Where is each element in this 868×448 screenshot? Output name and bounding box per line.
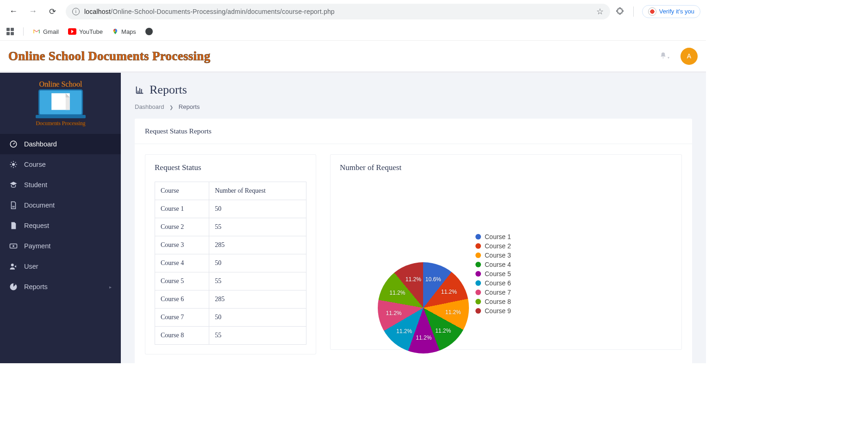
student-icon — [9, 181, 18, 189]
legend-item: Course 6 — [475, 279, 511, 287]
divider — [23, 27, 24, 36]
url-text: localhost/Online-School-Documents-Proces… — [84, 8, 335, 15]
sidebar-item-payment[interactable]: Payment — [0, 236, 121, 256]
cell-count: 285 — [209, 290, 306, 309]
legend-label: Course 3 — [485, 252, 511, 259]
bookmarks-bar: Gmail YouTube Maps — [0, 23, 706, 41]
cell-count: 55 — [209, 218, 306, 236]
sidebar: Online School Documents Processing Dashb… — [0, 73, 121, 363]
extensions-icon[interactable] — [616, 6, 624, 16]
bookmark-star-icon[interactable]: ☆ — [596, 6, 604, 17]
profile-avatar-icon — [648, 7, 656, 16]
slice-label: 10.6% — [425, 276, 441, 283]
slice-label: 11.2% — [445, 309, 461, 315]
bookmark-maps[interactable]: Maps — [112, 28, 136, 35]
pie-chart: 10.6%11.2%11.2%11.2%11.2%11.2%11.2%11.2%… — [378, 262, 469, 353]
globe-icon — [145, 28, 153, 35]
table-row: Course 255 — [155, 218, 306, 236]
legend-label: Course 9 — [485, 307, 511, 315]
cell-course: Course 5 — [155, 272, 209, 290]
reports-icon — [9, 283, 18, 291]
sidebar-item-label: User — [24, 263, 38, 270]
sidebar-item-label: Reports — [24, 283, 48, 290]
breadcrumb-current: Reports — [179, 103, 200, 110]
sidebar-item-reports[interactable]: Reports▸ — [0, 277, 121, 297]
slice-label: 11.2% — [389, 290, 405, 296]
verify-label: Verify it's you — [659, 8, 694, 15]
table-row: Course 855 — [155, 327, 306, 345]
cell-course: Course 4 — [155, 254, 209, 272]
notifications-button[interactable]: ▾ — [660, 52, 669, 61]
col-course: Course — [155, 182, 209, 200]
legend-item: Course 8 — [475, 298, 511, 305]
svg-point-10 — [12, 245, 14, 247]
sidebar-item-user[interactable]: User — [0, 256, 121, 277]
chart-bar-icon — [135, 85, 145, 95]
address-bar[interactable]: i localhost/Online-School-Documents-Proc… — [66, 4, 610, 19]
legend-swatch — [475, 280, 481, 286]
sidebar-item-request[interactable]: Request — [0, 215, 121, 236]
slice-label: 11.2% — [406, 276, 421, 283]
slice-label: 11.2% — [386, 310, 401, 316]
legend-swatch — [475, 290, 481, 295]
legend-item: Course 7 — [475, 289, 511, 296]
sidebar-item-label: Request — [24, 222, 49, 229]
svg-point-11 — [11, 264, 14, 266]
breadcrumb-root[interactable]: Dashboard — [135, 103, 164, 110]
bookmark-site[interactable] — [145, 28, 153, 35]
bookmark-gmail[interactable]: Gmail — [33, 28, 59, 35]
cell-course: Course 6 — [155, 290, 209, 309]
legend-item: Course 3 — [475, 252, 511, 259]
cell-count: 285 — [209, 236, 306, 254]
sidebar-item-course[interactable]: Course — [0, 154, 121, 175]
payment-icon — [9, 242, 18, 250]
sidebar-item-document[interactable]: WDocument — [0, 195, 121, 215]
slice-label: 11.2% — [396, 328, 412, 334]
slice-label: 11.2% — [416, 334, 431, 341]
legend-swatch — [475, 234, 481, 240]
apps-button[interactable] — [6, 28, 14, 35]
svg-text:Documents Processing: Documents Processing — [36, 120, 85, 126]
forward-button[interactable]: → — [25, 4, 41, 19]
sidebar-item-label: Payment — [24, 242, 50, 250]
cell-course: Course 3 — [155, 236, 209, 254]
reload-button[interactable]: ⟳ — [44, 4, 60, 19]
sidebar-logo: Online School Documents Processing — [0, 73, 121, 134]
bookmark-youtube[interactable]: YouTube — [68, 28, 103, 35]
svg-point-12 — [15, 265, 16, 267]
divider — [633, 6, 634, 17]
user-avatar[interactable]: A — [681, 48, 698, 65]
page-heading: Reports — [135, 83, 692, 97]
maps-pin-icon — [112, 28, 119, 35]
legend-label: Course 5 — [485, 270, 511, 278]
svg-point-6 — [12, 163, 15, 166]
sidebar-item-label: Course — [24, 161, 46, 168]
legend-label: Course 1 — [485, 233, 511, 240]
verify-profile-chip[interactable]: Verify it's you — [642, 5, 700, 18]
legend-label: Course 4 — [485, 261, 511, 268]
sidebar-item-student[interactable]: Student — [0, 175, 121, 195]
cell-count: 50 — [209, 254, 306, 272]
slice-label: 11.2% — [435, 328, 451, 334]
gmail-icon — [33, 28, 40, 35]
chart-panel: Number of Request 10.6%11.2%11.2%11.2%11… — [330, 154, 682, 350]
apps-grid-icon — [6, 28, 14, 35]
legend-label: Course 6 — [485, 279, 511, 287]
dashboard-icon — [9, 140, 18, 148]
legend-swatch — [475, 243, 481, 249]
sidebar-item-label: Student — [24, 181, 47, 189]
legend-swatch — [475, 308, 481, 314]
cell-count: 50 — [209, 309, 306, 327]
main-content: Reports Dashboard ❯ Reports Request Stat… — [121, 73, 706, 363]
sidebar-item-dashboard[interactable]: Dashboard — [0, 134, 121, 154]
chevron-right-icon: ▸ — [109, 284, 112, 290]
table-panel: Request Status Course Number of Request … — [145, 154, 316, 354]
request-status-table: Course Number of Request Course 150Cours… — [155, 182, 306, 345]
site-info-icon[interactable]: i — [72, 8, 80, 15]
legend-item: Course 2 — [475, 242, 511, 250]
breadcrumb: Dashboard ❯ Reports — [135, 103, 692, 119]
youtube-icon — [68, 28, 76, 35]
cell-course: Course 2 — [155, 218, 209, 236]
back-button[interactable]: ← — [6, 4, 21, 19]
cell-course: Course 7 — [155, 309, 209, 327]
